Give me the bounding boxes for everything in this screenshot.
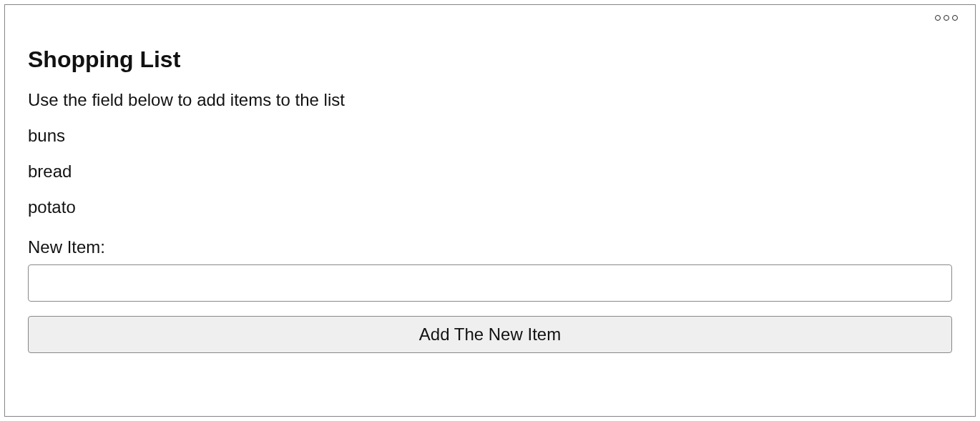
card-title: Shopping List bbox=[28, 46, 952, 73]
more-options-icon[interactable] bbox=[935, 15, 958, 21]
list-item: bread bbox=[28, 162, 952, 182]
add-item-button[interactable]: Add The New Item bbox=[28, 316, 952, 353]
shopping-list-card: Shopping List Use the field below to add… bbox=[4, 4, 976, 417]
item-list: buns bread potato bbox=[28, 126, 952, 217]
card-subtitle: Use the field below to add items to the … bbox=[28, 90, 952, 110]
list-item: buns bbox=[28, 126, 952, 146]
list-item: potato bbox=[28, 197, 952, 217]
new-item-input[interactable] bbox=[28, 264, 952, 302]
new-item-label: New Item: bbox=[28, 237, 952, 257]
